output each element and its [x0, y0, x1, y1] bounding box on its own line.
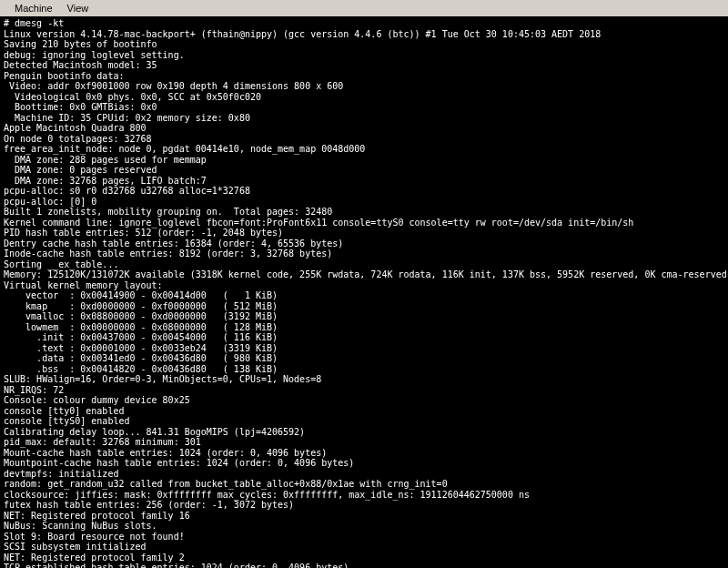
terminal-output: # dmesg -kt Linux version 4.14.78-mac-ba… — [0, 16, 728, 568]
menu-view[interactable]: View — [60, 2, 96, 15]
menu-machine[interactable]: Machine — [7, 2, 60, 15]
menubar: Machine View — [0, 0, 728, 16]
